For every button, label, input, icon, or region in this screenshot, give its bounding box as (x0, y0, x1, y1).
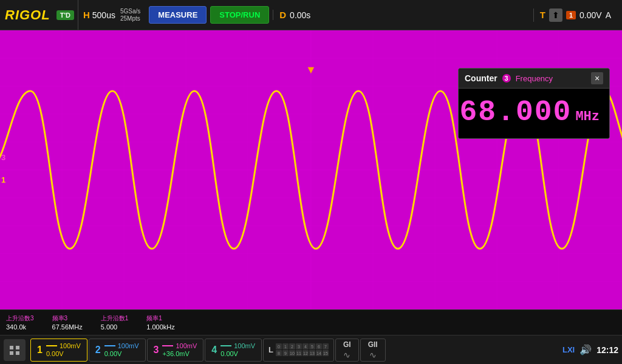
counter-body: 68.000 MHz (459, 89, 609, 138)
trigger-section: T ⬆ 1 0.00V A (533, 8, 617, 22)
meas-item: 上升沿数15.000 (101, 314, 129, 331)
ch-info-3: 100mV +36.0mV (162, 342, 197, 357)
rigol-logo: RIGOL (5, 7, 50, 23)
volume-icon[interactable]: 🔊 (579, 344, 592, 356)
measure-button[interactable]: MEASURE (149, 6, 207, 24)
t-label: T (540, 10, 545, 20)
ch-line-2 (104, 345, 115, 346)
ch-info-1: 100mV 0.00V (46, 342, 81, 357)
logic-cell-11: 11 (296, 350, 302, 356)
ch-num-1: 1 (37, 345, 43, 356)
gii-block[interactable]: GII ∿ (360, 339, 386, 362)
mem-depth: 25Mpts (120, 15, 140, 22)
logic-cell-5: 5 (309, 343, 315, 349)
menu-icon[interactable] (4, 339, 26, 361)
horizontal-section: H 500us 5GSa/s 25Mpts (78, 0, 145, 30)
ch-mv-4: 100mV (220, 342, 255, 349)
logic-cell-1: 1 (282, 343, 289, 349)
waveform-area: ▼ 3 1 Counter 3 Frequency × 68.000 MHz (0, 30, 622, 309)
logic-cell-7: 7 (323, 343, 329, 349)
mode-badge[interactable]: T'D (56, 10, 74, 20)
logic-label: L (268, 345, 273, 354)
time-display: 12:12 (596, 345, 618, 355)
trigger-type: A (606, 10, 611, 20)
counter-freq-label: Frequency (516, 74, 553, 83)
counter-value: 68.000 (460, 96, 572, 129)
meas-value: 340.0k (6, 323, 34, 331)
sample-info: 5GSa/s 25Mpts (120, 8, 140, 22)
logic-cell-9: 9 (282, 350, 289, 356)
logic-cell-13: 13 (309, 350, 315, 356)
ch-info-2: 100mV 0.00V (104, 342, 139, 357)
ch-info-4: 100mV 0.00V (220, 342, 255, 357)
lxi-badge: LXI (562, 345, 575, 354)
h-label: H (83, 10, 90, 20)
trigger-arrow: ▼ (306, 64, 316, 76)
counter-close-button[interactable]: × (591, 72, 603, 84)
svg-rect-20 (10, 351, 13, 355)
channel-3-block[interactable]: 3 100mV +36.0mV (147, 339, 204, 362)
ch-line-1 (46, 345, 57, 346)
ch-num-2: 2 (95, 345, 101, 356)
ch-num-4: 4 (211, 345, 217, 356)
meas-label: 上升沿数1 (101, 314, 129, 323)
logic-cell-3: 3 (296, 343, 302, 349)
logic-grid: 01234567 89101112131415 (276, 343, 329, 356)
measurement-bar: 上升沿数3340.0k频率367.56MHz上升沿数15.000频率11.000… (0, 309, 622, 335)
status-bar: 1 100mV 0.00V 2 100mV 0.00V 3 (0, 335, 622, 364)
ch-line-4 (220, 345, 231, 346)
gi-label: GI (343, 340, 351, 349)
logic-cell-10: 10 (289, 350, 295, 356)
d-label: D (279, 10, 286, 20)
meas-value: 67.56MHz (52, 323, 83, 331)
h-value[interactable]: 500us (92, 10, 115, 20)
logic-cell-8: 8 (276, 350, 282, 356)
d-value[interactable]: 0.00s (290, 10, 310, 20)
ch-offset-4: 0.00V (220, 350, 255, 357)
counter-header: Counter 3 Frequency × (459, 69, 609, 89)
counter-popup: Counter 3 Frequency × 68.000 MHz (458, 68, 610, 139)
ch1-marker: 1 (1, 175, 5, 184)
logic-cell-12: 12 (302, 350, 309, 356)
meas-value: 1.000kHz (146, 323, 174, 331)
gi-block[interactable]: GI ∿ (335, 339, 359, 362)
meas-item: 频率11.000kHz (146, 314, 174, 331)
gi-wave: ∿ (343, 350, 350, 360)
ch-offset-2: 0.00V (104, 350, 139, 357)
delay-section: D 0.00s (273, 10, 316, 20)
trigger-icon: ⬆ (549, 8, 562, 22)
meas-value: 5.000 (101, 323, 129, 331)
meas-item: 频率367.56MHz (52, 314, 83, 331)
logic-cell-15: 15 (323, 350, 329, 356)
logic-block[interactable]: L 01234567 89101112131415 (263, 339, 334, 362)
channel-1-block[interactable]: 1 100mV 0.00V (30, 339, 87, 362)
logic-cell-4: 4 (302, 343, 309, 349)
logic-cell-0: 0 (276, 343, 282, 349)
svg-rect-19 (16, 346, 19, 349)
ch-offset-3: +36.0mV (162, 350, 197, 357)
stoprun-button[interactable]: STOP/RUN (210, 6, 269, 24)
trigger-voltage[interactable]: 0.00V (579, 10, 602, 20)
trigger-ch-badge: 1 (566, 11, 576, 19)
meas-label: 上升沿数3 (6, 314, 34, 323)
counter-ch-badge: 3 (502, 74, 511, 83)
status-right: LXI 🔊 12:12 (562, 344, 618, 356)
svg-rect-18 (10, 346, 13, 349)
gii-label: GII (368, 340, 378, 349)
sample-rate: 5GSa/s (120, 8, 140, 15)
ch-mv-2: 100mV (104, 342, 139, 349)
ch-num-3: 3 (154, 345, 159, 356)
meas-label: 频率3 (52, 314, 83, 323)
ch-mv-3: 100mV (162, 342, 197, 349)
channel-4-block[interactable]: 4 100mV 0.00V (205, 339, 262, 362)
ch3-marker: 3 (1, 153, 5, 162)
logic-cell-2: 2 (289, 343, 295, 349)
ch-mv-1: 100mV (46, 342, 81, 349)
gii-wave: ∿ (369, 350, 377, 360)
counter-unit: MHz (575, 109, 600, 124)
logic-cell-14: 14 (316, 350, 322, 356)
top-bar: RIGOL T'D H 500us 5GSa/s 25Mpts MEASURE … (0, 0, 622, 30)
channel-2-block[interactable]: 2 100mV 0.00V (89, 339, 146, 362)
logic-cell-6: 6 (316, 343, 322, 349)
meas-label: 频率1 (146, 314, 174, 323)
